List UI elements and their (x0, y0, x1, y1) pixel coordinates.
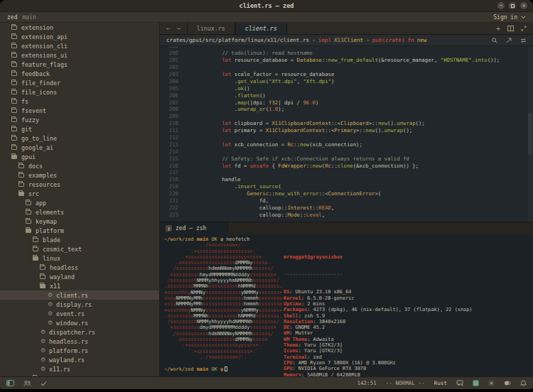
code-line[interactable]: 209 (160, 113, 533, 120)
code-line[interactable]: 213 let xcb_connection = Rc::new(xcb_con… (160, 141, 533, 148)
tree-item-headless-rs[interactable]: ⚙headless.rs (0, 337, 159, 346)
tree-item-fuzzy[interactable]: fuzzy (0, 115, 159, 124)
code-line[interactable]: 223 calloop::Mode::Level, (160, 211, 533, 218)
nav-back-icon[interactable]: ← (166, 25, 170, 32)
project-name[interactable]: zed (7, 14, 17, 21)
tree-item-feature-flags[interactable]: feature_flags (0, 60, 159, 69)
code-line[interactable]: 218 handle (160, 176, 533, 183)
tree-item-fs[interactable]: fs (0, 97, 159, 106)
tree-item-window-rs[interactable]: ⚙window.rs (0, 318, 159, 327)
code-line[interactable]: 217 (160, 169, 533, 176)
tree-item-extension-cli[interactable]: extension_cli (0, 41, 159, 50)
nav-forward-icon[interactable]: → (176, 25, 180, 32)
tree-item-headless[interactable]: headless (0, 263, 159, 272)
chevron-down-icon[interactable] (521, 16, 526, 19)
tree-item-platform-rs[interactable]: ⚙platform.rs (0, 346, 159, 355)
code-line[interactable]: 220 Generic::new_with_error::<Connection… (160, 190, 533, 197)
deploy-search-icon[interactable] (506, 38, 512, 43)
code-line[interactable]: 200 // todo(linux): read hostname (160, 50, 533, 57)
buffer-search-option-icon[interactable] (520, 38, 527, 43)
tab-linux-rs[interactable]: linux.rs (187, 23, 235, 34)
close-panel-icon[interactable] (488, 380, 495, 386)
breadcrumb[interactable]: crates/gpui/src/platform/linux/x11/clien… (166, 37, 486, 43)
code-line[interactable]: 202 (160, 64, 533, 71)
diagnostics-check-icon[interactable] (41, 381, 47, 386)
tree-item-go-to-line[interactable]: go_to_line (0, 134, 159, 143)
scrollbar-thumb[interactable] (528, 113, 532, 155)
collaboration-icon[interactable] (23, 380, 31, 386)
code-line[interactable]: 206 .flatten() (160, 92, 533, 99)
new-tab-icon[interactable]: + (496, 25, 500, 33)
tree-item-platform[interactable]: platform (0, 226, 159, 235)
tree-item-google-ai[interactable]: google_ai (0, 143, 159, 152)
close-icon[interactable]: × (520, 2, 527, 9)
tree-item-app[interactable]: app (0, 198, 159, 207)
terminal-output[interactable]: ~/work/zed main OK ψ neofetch .-/+oossss… (160, 234, 533, 376)
tree-item-git[interactable]: git (0, 124, 159, 134)
search-icon[interactable] (492, 38, 497, 43)
code-line[interactable]: 219 .insert_source( (160, 183, 533, 190)
feedback-icon[interactable] (456, 380, 463, 386)
copilot-icon[interactable] (504, 380, 511, 386)
language-selector[interactable]: Rust (434, 380, 447, 386)
sign-in-button[interactable]: Sign in (493, 14, 517, 21)
code-line[interactable]: 208 .unwrap_or(1.0); (160, 106, 533, 113)
tree-item-gpui[interactable]: gpui (0, 152, 159, 161)
split-pane-icon[interactable] (507, 26, 514, 31)
code-line[interactable]: 214 (160, 148, 533, 155)
tree-item-linux[interactable]: linux (0, 254, 159, 263)
code-line[interactable]: 201 let resource_database = Database::ne… (160, 57, 533, 64)
tree-item-extension-api[interactable]: extension_api (0, 32, 159, 41)
tree-item-extension[interactable]: extension (0, 23, 159, 32)
tree-item-elements[interactable]: elements (0, 207, 159, 217)
code-editor[interactable]: 199200 // todo(linux): read hostname201 … (160, 46, 533, 222)
code-line[interactable]: 215 // Safety: Safe if xcb::Connection a… (160, 155, 533, 162)
code-line[interactable]: 210 let clipboard = X11ClipboardContext:… (160, 120, 533, 127)
tree-item[interactable] (0, 374, 159, 376)
tree-item-file-icons[interactable]: file_icons (0, 87, 159, 97)
info-label: Packages (284, 307, 307, 312)
tree-item-client-rs[interactable]: ⚙client.rs (0, 290, 159, 300)
code-line[interactable]: 204 .get_value("Xft.dpi", "Xft.dpi") (160, 77, 533, 85)
terminal-tab[interactable]: ❯ zed — zsh (160, 222, 228, 234)
code-line[interactable]: 203 let scale_factor = resource_database (160, 71, 533, 78)
minimize-icon[interactable]: − (497, 2, 505, 9)
cursor-position[interactable]: 142:51 (357, 380, 376, 386)
tree-item-examples[interactable]: examples (0, 170, 159, 180)
tree-item-fsevent[interactable]: fsevent (0, 106, 159, 115)
tree-item-dispatcher-rs[interactable]: ⚙dispatcher.rs (0, 327, 159, 337)
project-panel-toggle-icon[interactable] (6, 380, 14, 386)
notifications-bell-icon[interactable] (520, 380, 527, 387)
text-segment: ssssssssss (208, 283, 238, 289)
code-line[interactable]: 216 let fd = unsafe { FdWrapper::new(Rc:… (160, 162, 533, 169)
tree-item-file-finder[interactable]: file_finder (0, 78, 159, 87)
tree-item-keymap[interactable]: keymap (0, 217, 159, 226)
code-line[interactable]: 207 .map(|dpi: f32| dpi / 96.0) (160, 99, 533, 106)
text-segment: clone (338, 163, 353, 169)
git-branch[interactable]: main (22, 14, 36, 21)
window-titlebar[interactable]: client.rs — zed − × (0, 0, 533, 12)
tree-item-src[interactable]: src (0, 189, 159, 198)
tab-client-rs[interactable]: client.rs (235, 23, 287, 34)
tree-item-feedback[interactable]: feedback (0, 69, 159, 78)
code-line[interactable]: 221 fd, (160, 197, 533, 205)
tree-item-cosmic-text[interactable]: cosmic_text (0, 244, 159, 254)
tree-item-event-rs[interactable]: ⚙event.rs (0, 309, 159, 318)
code-line[interactable]: 211 let primary = X11ClipboardContext::<… (160, 127, 533, 134)
tree-item-extensions-ui[interactable]: extensions_ui (0, 50, 159, 60)
tree-item-blade[interactable]: blade (0, 235, 159, 244)
tree-item-resources[interactable]: resources (0, 180, 159, 189)
tree-item-docs[interactable]: docs (0, 161, 159, 170)
code-line[interactable]: 222 calloop::Interest::READ, (160, 204, 533, 211)
terminal-panel-toggle-icon[interactable] (473, 380, 479, 386)
tree-item-x11[interactable]: x11 (0, 281, 159, 290)
tree-item-display-rs[interactable]: ⚙display.rs (0, 300, 159, 309)
tree-item-wayland-rs[interactable]: ⚙wayland.rs (0, 355, 159, 364)
code-line[interactable]: 212 (160, 134, 533, 141)
editor-scrollbar[interactable] (527, 46, 533, 222)
maximize-icon[interactable] (509, 2, 516, 9)
zoom-pane-icon[interactable] (521, 26, 527, 31)
code-line[interactable]: 205 .ok() (160, 85, 533, 92)
tree-item-x11-rs[interactable]: ⚙x11.rs (0, 364, 159, 374)
tree-item-wayland[interactable]: wayland (0, 272, 159, 281)
